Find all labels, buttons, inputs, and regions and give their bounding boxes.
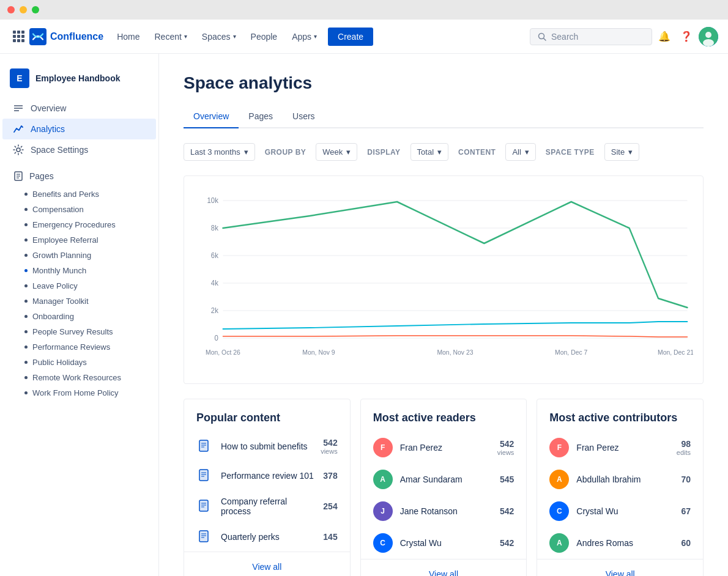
search-icon [538, 32, 546, 41]
chevron-down-icon: ▾ [346, 147, 351, 157]
content-filter[interactable]: All ▾ [505, 143, 535, 161]
nav-home[interactable]: Home [111, 28, 146, 45]
contributor-count: 70 [681, 474, 691, 484]
date-range-filter[interactable]: Last 3 months ▾ [184, 143, 255, 161]
reader-count: 542 views [497, 439, 514, 456]
contributor-avatar: F [549, 438, 569, 457]
pages-add-icon[interactable]: + [137, 169, 146, 182]
active-contributors-view-all[interactable]: View all [537, 559, 703, 576]
popular-content-item[interactable]: Performance review 101 378 [184, 461, 350, 490]
svg-point-8 [17, 148, 20, 152]
svg-point-3 [705, 32, 711, 38]
active-readers-view-all[interactable]: View all [361, 559, 527, 576]
contributor-item[interactable]: C Crystal Wu 67 [537, 495, 703, 527]
popular-content-card: Popular content How to submit benefits 5… [184, 399, 351, 576]
maximize-dot[interactable] [32, 6, 39, 13]
pages-section-header[interactable]: Pages ··· + [2, 165, 156, 186]
create-button[interactable]: Create [328, 28, 373, 46]
svg-rect-35 [199, 470, 208, 481]
space-header[interactable]: E Employee Handbook [0, 64, 158, 98]
display-filter[interactable]: Total ▾ [410, 143, 448, 161]
doc-icon [196, 438, 214, 455]
pages-more-icon[interactable]: ··· [124, 171, 135, 182]
sidebar-page-link[interactable]: Performance Reviews [0, 339, 158, 355]
title-bar [0, 0, 728, 20]
svg-text:Mon, Dec 7: Mon, Dec 7 [555, 349, 587, 356]
sidebar-page-link[interactable]: Leave Policy [0, 278, 158, 294]
minimize-dot[interactable] [20, 6, 27, 13]
content-count: 254 [323, 501, 337, 511]
sidebar-page-link[interactable]: Emergency Procedures [0, 217, 158, 232]
contributor-item[interactable]: A Andres Romas 60 [537, 527, 703, 559]
help-icon[interactable]: ❓ [677, 27, 696, 46]
tab-pages[interactable]: Pages [239, 105, 283, 128]
active-contributors-list: F Fran Perez 98 edits A Abdullah Ibrahim… [537, 432, 703, 559]
svg-text:Mon, Nov 23: Mon, Nov 23 [437, 349, 473, 356]
reader-item[interactable]: J Jane Rotanson 542 [361, 495, 527, 527]
sidebar-page-link[interactable]: Benefits and Perks [0, 186, 158, 202]
contributor-count: 98 edits [677, 439, 691, 456]
reader-item[interactable]: F Fran Perez 542 views [361, 432, 527, 463]
reader-avatar: J [373, 501, 393, 521]
space-type-filter[interactable]: Site ▾ [604, 143, 639, 161]
popular-content-item[interactable]: Company referral process 254 [184, 490, 350, 522]
content-title: Company referral process [221, 497, 316, 516]
sidebar-item-analytics[interactable]: Analytics [2, 119, 156, 139]
nav-people[interactable]: People [245, 28, 284, 45]
active-readers-card: Most active readers F Fran Perez 542 vie… [360, 399, 527, 576]
close-dot[interactable] [7, 6, 15, 13]
svg-text:Mon, Oct 26: Mon, Oct 26 [206, 349, 240, 356]
nav-apps[interactable]: Apps▾ [286, 28, 323, 45]
sidebar-page-link[interactable]: Compensation [0, 202, 158, 217]
bottom-cards: Popular content How to submit benefits 5… [184, 399, 704, 576]
sidebar-page-link[interactable]: Onboarding [0, 309, 158, 324]
sidebar-item-overview[interactable]: Overview [2, 98, 156, 119]
nav-recent[interactable]: Recent▾ [148, 28, 193, 45]
popular-content-item[interactable]: How to submit benefits 542 views [184, 432, 350, 461]
sidebar-page-link[interactable]: Public Holidays [0, 355, 158, 370]
display-label: DISPLAY [367, 148, 400, 157]
sidebar-page-link[interactable]: Monthly Munch [0, 263, 158, 278]
reader-item[interactable]: C Crystal Wu 542 [361, 527, 527, 559]
search-placeholder: Search [551, 32, 578, 42]
reader-count: 542 [500, 538, 514, 548]
reader-count: 542 [500, 506, 514, 516]
sidebar-page-link[interactable]: Manager Toolkit [0, 294, 158, 309]
group-by-filter[interactable]: Week ▾ [316, 143, 357, 161]
sidebar-page-link[interactable]: Growth Planning [0, 248, 158, 263]
contributor-item[interactable]: A Abdullah Ibrahim 70 [537, 463, 703, 495]
sidebar-item-settings[interactable]: Space Settings [2, 139, 156, 160]
popular-content-title: Popular content [184, 399, 350, 432]
search-box[interactable]: Search [530, 28, 652, 45]
overview-icon [12, 102, 24, 114]
sidebar-page-link[interactable]: Work From Home Policy [0, 385, 158, 401]
sidebar-page-link[interactable]: People Survey Results [0, 324, 158, 339]
nav-spaces[interactable]: Spaces▾ [196, 28, 242, 45]
app-layout: E Employee Handbook Overview Analytics S… [0, 54, 728, 576]
reader-name: Crystal Wu [400, 538, 492, 548]
space-name: Employee Handbook [35, 73, 120, 83]
filter-bar: Last 3 months ▾ GROUP BY Week ▾ DISPLAY … [184, 143, 704, 161]
contributor-item[interactable]: F Fran Perez 98 edits [537, 432, 703, 463]
confluence-logo[interactable]: Confluence [29, 28, 103, 45]
tab-overview[interactable]: Overview [184, 105, 239, 128]
active-readers-list: F Fran Perez 542 views A Amar Sundaram 5… [361, 432, 527, 559]
svg-text:Mon, Nov 9: Mon, Nov 9 [302, 349, 335, 356]
svg-text:8k: 8k [211, 224, 218, 232]
notifications-icon[interactable]: 🔔 [655, 27, 674, 46]
user-avatar[interactable] [699, 27, 718, 46]
contributor-name: Fran Perez [576, 443, 669, 452]
doc-icon [196, 467, 214, 484]
popular-content-view-all[interactable]: View all [184, 552, 350, 576]
active-contributors-title: Most active contributors [537, 399, 703, 432]
sidebar-page-link[interactable]: Employee Referral [0, 232, 158, 248]
svg-rect-45 [199, 531, 208, 542]
reader-item[interactable]: A Amar Sundaram 545 [361, 463, 527, 495]
popular-content-item[interactable]: Quarterly perks 145 [184, 522, 350, 552]
sidebar-page-link[interactable]: Remote Work Resources [0, 370, 158, 385]
analytics-icon [12, 123, 24, 135]
tab-users[interactable]: Users [283, 105, 325, 128]
content-label: CONTENT [458, 148, 496, 157]
tabs: Overview Pages Users [184, 105, 704, 128]
app-switcher-icon[interactable] [10, 28, 27, 45]
